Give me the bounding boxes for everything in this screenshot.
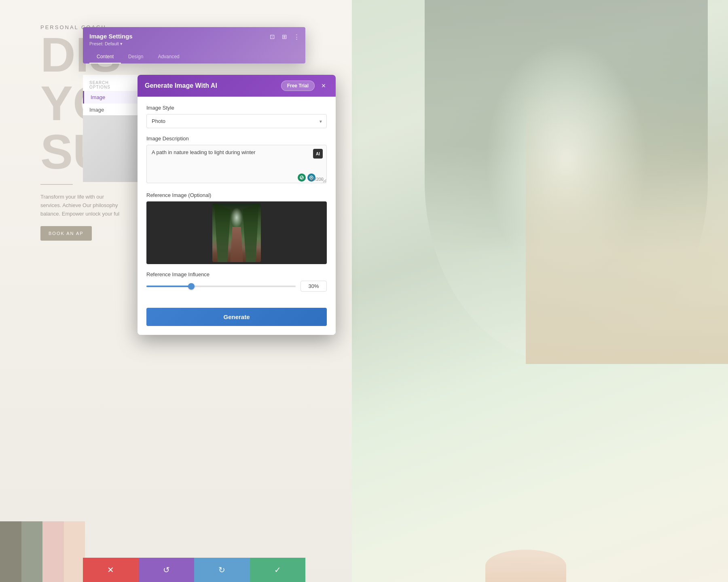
ref-trees-right (243, 203, 259, 262)
resize-handle[interactable]: ⤡ (321, 178, 325, 183)
sidebar-item-image-sub[interactable]: Image (83, 104, 138, 116)
ai-label: AI (316, 152, 320, 156)
undo-icon: ↺ (163, 565, 170, 575)
bg-right (352, 0, 728, 582)
tab-design[interactable]: Design (121, 51, 150, 63)
grid-icon[interactable]: ⊞ (280, 33, 288, 41)
panel-icons: ⊡ ⊞ ⋮ (268, 33, 301, 41)
reference-image-section: Reference Image (Optional) (146, 192, 327, 264)
redo-button[interactable]: ↻ (194, 558, 250, 582)
swatch-sage (21, 521, 43, 582)
close-button[interactable]: × (319, 81, 328, 91)
ai-modal: Generate Image With AI Free Trial × Imag… (138, 75, 336, 335)
free-trial-badge[interactable]: Free Trial (281, 80, 315, 91)
ai-modal-header: Generate Image With AI Free Trial × (138, 75, 336, 97)
ai-modal-header-right: Free Trial × (281, 80, 328, 91)
swatch-pink (42, 521, 64, 582)
cancel-button[interactable]: ✕ (83, 558, 139, 582)
more-options-icon[interactable]: ⋮ (292, 33, 301, 41)
fullscreen-icon[interactable]: ⊡ (268, 33, 276, 41)
search-options-label: Search Options (83, 79, 138, 91)
confirm-icon: ✓ (274, 565, 281, 575)
ref-path (230, 227, 244, 262)
ai-modal-body: Image Style Photo Illustration Digital A… (138, 97, 336, 308)
reference-image-label: Reference Image (Optional) (146, 192, 327, 198)
ref-light (231, 207, 243, 228)
ref-trees-left (214, 203, 231, 262)
indicator-green (298, 174, 306, 182)
sidebar-item-image[interactable]: Image (83, 91, 138, 104)
image-style-label: Image Style (146, 105, 327, 111)
image-description-label: Image Description (146, 135, 327, 142)
swatch-peach (64, 521, 85, 582)
cancel-icon: ✕ (107, 565, 114, 575)
influence-value: 30% (301, 281, 327, 292)
bottom-person (485, 550, 566, 582)
panel-header: Image Settings Preset: Default ▾ ⊡ ⊞ ⋮ C… (83, 27, 305, 63)
ai-modal-title: Generate Image With AI (145, 82, 217, 89)
left-sidebar: Search Options Image Image (83, 75, 138, 120)
image-style-select-wrapper: Photo Illustration Digital Art Painting … (146, 114, 327, 128)
image-settings-panel: Image Settings Preset: Default ▾ ⊡ ⊞ ⋮ C… (83, 27, 305, 63)
panel-title: Image Settings (89, 33, 299, 40)
description-wrapper: A path in nature leading to light during… (146, 145, 327, 185)
influence-label: Reference Image Influence (146, 271, 327, 277)
panel-tabs: Content Design Advanced (89, 51, 299, 63)
redo-icon: ↻ (218, 565, 225, 575)
slider-wrapper (146, 286, 296, 287)
bg-overlay (352, 0, 728, 582)
hero-divider (40, 184, 73, 185)
reference-image-container[interactable] (146, 201, 327, 264)
undo-button[interactable]: ↺ (139, 558, 195, 582)
confirm-button[interactable]: ✓ (250, 558, 306, 582)
influence-row: 30% (146, 281, 327, 292)
ai-enhance-button[interactable]: AI (313, 149, 323, 159)
image-style-select[interactable]: Photo Illustration Digital Art Painting … (146, 114, 327, 128)
hero-body: Transform your life with our services. A… (40, 193, 121, 218)
reference-image-inner (212, 203, 261, 262)
tab-content[interactable]: Content (89, 51, 121, 63)
left-thumbnail (83, 115, 138, 182)
swatch-gray (0, 521, 21, 582)
bottom-toolbar: ✕ ↺ ↻ ✓ (83, 558, 305, 582)
influence-section: Reference Image Influence 30% (146, 271, 327, 292)
panel-preset[interactable]: Preset: Default ▾ (89, 41, 299, 47)
book-button[interactable]: BOOK AN AP (40, 226, 92, 241)
color-swatches (0, 521, 85, 582)
generate-button[interactable]: Generate (146, 308, 327, 326)
tab-advanced[interactable]: Advanced (150, 51, 186, 63)
ai-modal-footer: Generate (138, 308, 336, 335)
